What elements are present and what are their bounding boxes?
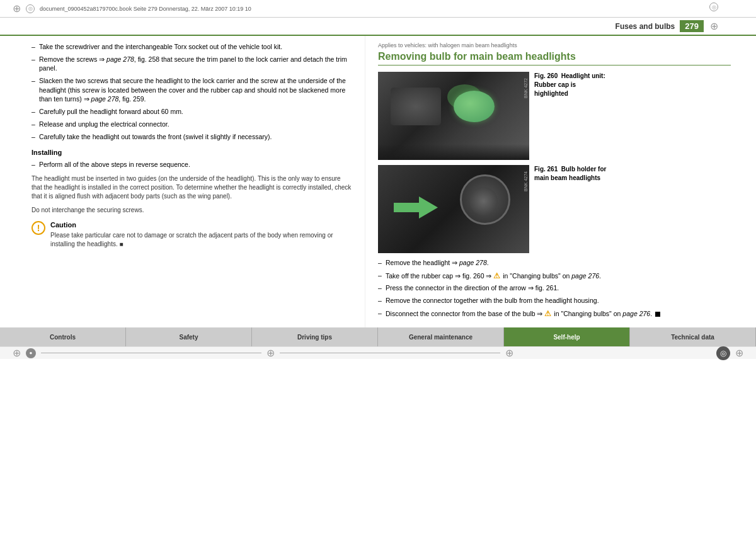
nav-label-general-maintenance: General maintenance (409, 334, 472, 341)
nav-item-safety[interactable]: Safety (126, 327, 252, 346)
end-square (655, 312, 660, 317)
file-info: document_0900452a8179700c.book Seite 279… (40, 6, 251, 12)
bottom-divider-line (41, 353, 261, 353)
right-bullet-list: Remove the headlight ⇒ page 278. Take of… (378, 258, 731, 318)
page-header: Fuses and bulbs 279 ⊕ (0, 18, 756, 36)
fig1-background: BNK 4272 (378, 72, 529, 160)
note-text-1: The headlight must be inserted in two gu… (32, 174, 352, 201)
warning-triangle-1: ⚠ (493, 271, 501, 278)
fig1-id-label: BNK 4272 (524, 78, 528, 98)
nav-label-technical-data: Technical data (671, 334, 714, 341)
fig2-inner-circle (469, 187, 498, 215)
caution-title: Caution (50, 221, 352, 229)
right-bullet-3: Press the connector in the direction of … (378, 283, 731, 293)
figure-caption-1: Fig. 260 Headlight unit: Rubber cap is h… (534, 72, 610, 98)
left-column: Take the screwdriver and the interchange… (0, 36, 365, 327)
svg-marker-0 (394, 196, 438, 219)
bullet-item-2: Remove the screws ⇒ page 278, fig. 258 t… (32, 55, 352, 73)
bottom-divider-line-2 (280, 353, 500, 353)
content-wrapper: Take the screwdriver and the interchange… (0, 36, 756, 327)
bullet-item-5: Release and unplug the electrical connec… (32, 120, 352, 129)
bottom-circle-left: ● (26, 348, 36, 358)
applies-text: Applies to vehicles: with halogen main b… (378, 42, 731, 48)
page-title-area: Fuses and bulbs 279 (616, 20, 704, 32)
right-bullet-4: Remove the connector together with the b… (378, 296, 731, 305)
plus-mark-header: ⊕ (710, 21, 718, 31)
bottom-circle-right: ◎ (716, 346, 730, 360)
bullet-item-3: Slacken the two screws that secure the h… (32, 76, 352, 104)
bullet-item-1: Take the screwdriver and the interchange… (32, 42, 352, 52)
fig2-id-label: BNK 4274 (524, 171, 528, 191)
nav-item-technical-data[interactable]: Technical data (630, 327, 756, 346)
nav-item-self-help[interactable]: Self-help (504, 327, 630, 346)
corner-crosshair-header: ⊕ (710, 20, 718, 32)
ref-page-278-1: page 278 (459, 259, 487, 266)
fig1-green-cap (454, 91, 495, 122)
fig2-arrow-svg (394, 196, 438, 219)
ref-page-276-1: page 276 (571, 272, 599, 280)
bullet-item-4: Carefully pull the headlight forward abo… (32, 107, 352, 116)
registration-mark-1: ◎ (26, 4, 35, 13)
figure-caption-2: Fig. 261 Bulb holder for main beam headl… (534, 165, 610, 183)
fig2-caption-bold: Fig. 261 Bulb holder for main beam headl… (534, 166, 606, 181)
figure-row-1: BNK 4272 Fig. 260 Headlight unit: Rubber… (378, 72, 731, 160)
fig1-shadow (378, 144, 529, 160)
bullet-item-6: Carefully take the headlight out towards… (32, 132, 352, 142)
bottom-circle-right-inner: ◎ (720, 349, 726, 358)
plus-mark-bottom-center: ⊕ (266, 347, 275, 359)
bottom-strip-right: ◎ ⊕ (716, 346, 743, 360)
figure-row-2: BNK 4274 Fig. 261 Bulb holder for main b… (378, 165, 731, 253)
section-heading: Removing bulb for main beam headlights (378, 51, 731, 65)
registration-mark-2: ◎ (709, 3, 718, 11)
bottom-circle-left-inner: ● (30, 350, 33, 356)
bottom-strip: ⊕ ● ⊕ ⊕ ◎ ⊕ (0, 346, 756, 359)
fig2-background: BNK 4274 (378, 165, 529, 253)
nav-label-safety: Safety (179, 334, 198, 341)
installing-title: Installing (32, 149, 352, 156)
plus-mark-bottom-right: ⊕ (505, 347, 513, 359)
fig1-caption-text: Fig. 260 Headlight unit: Rubber cap is h… (534, 72, 610, 98)
installing-bullet-list: Perform all of the above steps in revers… (32, 160, 352, 169)
fig1-housing (391, 88, 441, 125)
plus-mark-far-right: ⊕ (735, 347, 743, 359)
figure-img-2: BNK 4274 (378, 165, 529, 253)
top-bar: ⊕ ◎ document_0900452a8179700c.book Seite… (0, 0, 756, 18)
figure-img-1: BNK 4272 (378, 72, 529, 160)
right-column: Applies to vehicles: with halogen main b… (365, 36, 756, 327)
warning-triangle-2: ⚠ (544, 309, 552, 316)
bottom-nav: Controls Safety Driving tips General mai… (0, 327, 756, 346)
caution-box: ! Caution Please take particular care no… (32, 221, 352, 249)
nav-item-general-maintenance[interactable]: General maintenance (378, 327, 504, 346)
nav-label-self-help: Self-help (553, 334, 580, 341)
caution-content: Caution Please take particular care not … (50, 221, 352, 249)
nav-label-controls: Controls (50, 334, 76, 341)
caution-icon: ! (32, 221, 45, 235)
note-text-2: Do not interchange the securing screws. (32, 206, 352, 215)
installing-bullet-1: Perform all of the above steps in revers… (32, 160, 352, 169)
bottom-strip-left: ⊕ ● ⊕ ⊕ (13, 347, 513, 359)
caution-body: Please take particular care not to damag… (50, 231, 352, 249)
fig2-caption-text: Fig. 261 Bulb holder for main beam headl… (534, 165, 610, 183)
nav-item-driving-tips[interactable]: Driving tips (252, 327, 378, 346)
right-bullet-5: Disconnect the connector from the base o… (378, 309, 731, 319)
ref-page-276-2: page 276 (622, 310, 650, 317)
main-bullet-list: Take the screwdriver and the interchange… (32, 42, 352, 141)
right-bullet-2: Take off the rubber cap ⇒ fig. 260 ⇒ ⚠ i… (378, 271, 731, 281)
top-bar-left: ⊕ ◎ document_0900452a8179700c.book Seite… (13, 3, 251, 14)
fig1-caption-bold: Fig. 260 Headlight unit: Rubber cap is h… (534, 72, 605, 97)
plus-mark-bottom-left: ⊕ (13, 347, 21, 359)
right-bullet-1: Remove the headlight ⇒ page 278. (378, 258, 731, 268)
page-number: 279 (680, 20, 704, 32)
nav-item-controls[interactable]: Controls (0, 327, 126, 346)
corner-crosshair-1: ⊕ (13, 3, 21, 14)
page-title: Fuses and bulbs (616, 22, 675, 31)
corner-crosshair-right: ◎ (709, 3, 718, 11)
nav-label-driving-tips: Driving tips (297, 334, 332, 341)
